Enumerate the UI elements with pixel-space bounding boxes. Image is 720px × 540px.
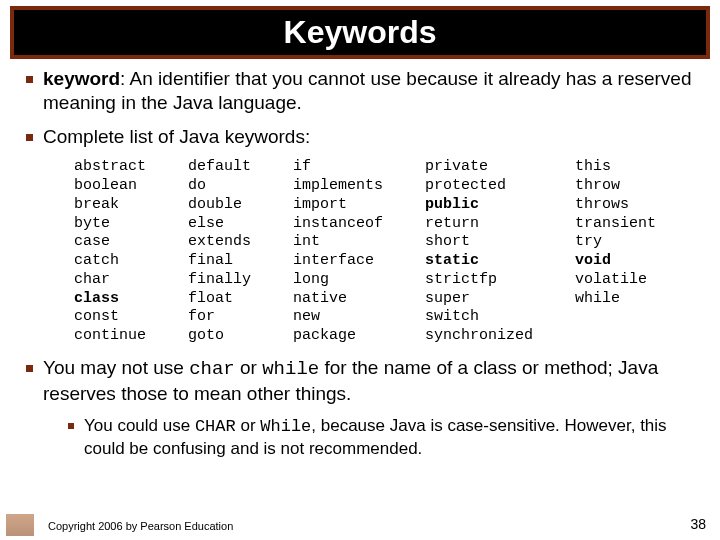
s1-pre: You could use	[84, 416, 195, 435]
page-number: 38	[690, 516, 706, 532]
b3-code1: char	[189, 358, 235, 380]
keywords-col-3: if implements import instanceof int inte…	[293, 158, 383, 346]
s1-mid: or	[236, 416, 261, 435]
bullet-keyword-def: keyword: An identifier that you cannot u…	[26, 67, 694, 115]
bullet-text: Complete list of Java keywords:	[43, 125, 310, 149]
bullet-complete-list: Complete list of Java keywords:	[26, 125, 694, 149]
slide-title: Keywords	[14, 14, 706, 51]
bullet-icon	[26, 365, 33, 372]
term-keyword: keyword	[43, 68, 120, 89]
keywords-table: abstract boolean break byte case catch c…	[74, 158, 694, 346]
keywords-col-2: default do double else extends final fin…	[188, 158, 251, 346]
footer-decoration-icon	[6, 514, 34, 536]
keywords-col-1: abstract boolean break byte case catch c…	[74, 158, 146, 346]
bullet-may-not-use: You may not use char or while for the na…	[26, 356, 694, 406]
sub-bullet-text: You could use CHAR or While, because Jav…	[84, 415, 694, 459]
term-rest: : An identifier that you cannot use beca…	[43, 68, 692, 113]
b3-code2: while	[262, 358, 319, 380]
s1-code2: While	[260, 417, 311, 436]
bullet-text: You may not use char or while for the na…	[43, 356, 694, 406]
bullet-icon	[26, 76, 33, 83]
b3-mid: or	[235, 357, 262, 378]
s1-code1: CHAR	[195, 417, 236, 436]
bullet-icon	[26, 134, 33, 141]
b3-pre: You may not use	[43, 357, 189, 378]
keywords-col-4: private protected public return short st…	[425, 158, 533, 346]
slide-title-bar: Keywords	[10, 6, 710, 59]
sub-bullet-case: You could use CHAR or While, because Jav…	[68, 415, 694, 459]
keywords-col-5: this throw throws transient try void vol…	[575, 158, 656, 346]
slide-body: keyword: An identifier that you cannot u…	[0, 59, 720, 459]
copyright-text: Copyright 2006 by Pearson Education	[48, 520, 233, 532]
bullet-icon	[68, 423, 74, 429]
bullet-text: keyword: An identifier that you cannot u…	[43, 67, 694, 115]
